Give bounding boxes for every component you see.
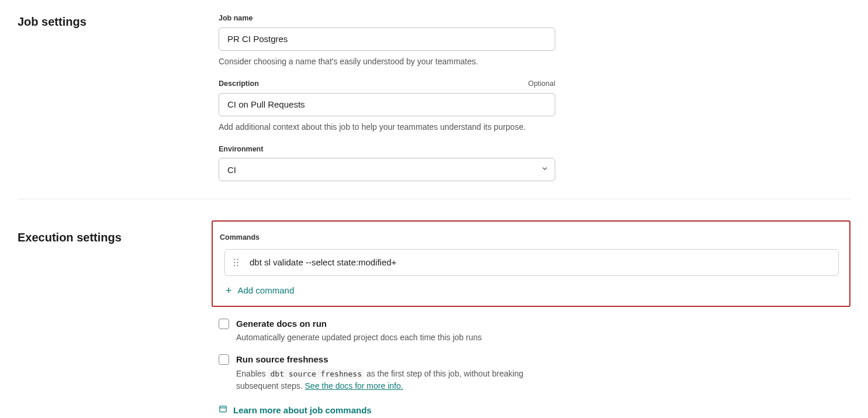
- commands-label: Commands: [220, 232, 839, 243]
- plus-icon: +: [226, 285, 232, 296]
- learn-more-label: Learn more about job commands: [233, 404, 372, 417]
- optional-badge: Optional: [528, 78, 555, 89]
- environment-select[interactable]: [219, 158, 555, 181]
- job-settings-title: Job settings: [18, 13, 219, 181]
- see-docs-link[interactable]: See the docs for more info.: [305, 381, 403, 391]
- job-name-label: Job name: [219, 13, 253, 24]
- environment-label: Environment: [219, 144, 263, 155]
- source-freshness-checkbox[interactable]: [219, 354, 229, 365]
- job-name-input[interactable]: [219, 27, 555, 51]
- svg-point-1: [237, 259, 238, 260]
- description-field: Description Optional Add additional cont…: [219, 78, 844, 133]
- source-freshness-desc: Enables dbt source freshness as the firs…: [236, 368, 563, 392]
- commands-highlight-box: Commands dbt sl validate --select state:…: [212, 220, 850, 306]
- sf-desc-prefix: Enables: [236, 369, 268, 378]
- source-freshness-option: Run source freshness Enables dbt source …: [219, 353, 850, 392]
- learn-more-link[interactable]: Learn more about job commands: [219, 404, 372, 417]
- description-label: Description: [219, 78, 259, 89]
- sf-code: dbt source freshness: [268, 369, 364, 379]
- generate-docs-option: Generate docs on run Automatically gener…: [219, 317, 850, 344]
- svg-point-3: [237, 262, 238, 263]
- job-name-field: Job name Consider choosing a name that's…: [219, 13, 844, 68]
- command-text: dbt sl validate --select state:modified+: [250, 256, 396, 270]
- generate-docs-desc: Automatically generate updated project d…: [236, 331, 482, 344]
- drag-handle-icon[interactable]: [233, 258, 239, 267]
- svg-point-0: [234, 259, 235, 260]
- svg-point-5: [237, 265, 238, 266]
- svg-rect-6: [220, 406, 226, 412]
- generate-docs-label: Generate docs on run: [236, 317, 482, 331]
- description-input[interactable]: [219, 93, 555, 116]
- execution-settings-title: Execution settings: [18, 220, 219, 417]
- svg-point-2: [234, 262, 235, 263]
- add-command-button[interactable]: + Add command: [226, 284, 294, 298]
- environment-field: Environment: [219, 144, 844, 182]
- generate-docs-checkbox[interactable]: [219, 319, 229, 329]
- execution-settings-section: Execution settings Commands dbt sl valid…: [18, 199, 850, 418]
- job-name-help: Consider choosing a name that's easily u…: [219, 56, 555, 68]
- terminal-icon: [219, 404, 227, 417]
- source-freshness-label: Run source freshness: [236, 353, 563, 367]
- svg-point-4: [234, 265, 235, 266]
- description-help: Add additional context about this job to…: [219, 121, 555, 133]
- command-row[interactable]: dbt sl validate --select state:modified+: [224, 249, 839, 276]
- add-command-label: Add command: [238, 284, 295, 298]
- job-settings-section: Job settings Job name Consider choosing …: [18, 7, 850, 199]
